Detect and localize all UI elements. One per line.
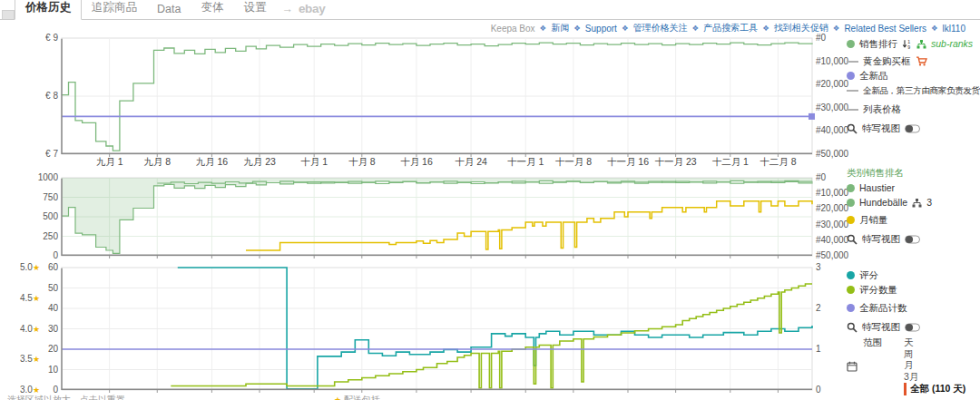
range-option-周[interactable]: 周 bbox=[904, 348, 965, 360]
price-history-chart-y-right-label: #30,000 bbox=[816, 102, 848, 112]
price-history-chart-y-right-label: #50,000 bbox=[816, 149, 848, 159]
legend-label: Hundebälle bbox=[859, 197, 907, 209]
series-line-icon bbox=[847, 61, 858, 63]
star-icon: ★ bbox=[33, 355, 40, 364]
legend-item-销售排行[interactable]: 销售排行19sub-ranks bbox=[847, 38, 980, 50]
header-link-lkl110[interactable]: lkl110 bbox=[943, 24, 965, 34]
tab-设置[interactable]: 设置 bbox=[233, 0, 276, 19]
legend-label: 评分 bbox=[859, 269, 878, 281]
tab-价格历史[interactable]: 价格历史 bbox=[15, 0, 82, 20]
diamond-separator-icon: ❖ bbox=[540, 24, 547, 33]
legend-label: 列表价格 bbox=[863, 103, 901, 115]
closeup-view-toggle[interactable]: 特写视图 bbox=[847, 122, 980, 134]
diamond-separator-icon: ❖ bbox=[573, 24, 581, 33]
legend-item-月销量[interactable]: 月销量 bbox=[847, 214, 980, 226]
x-axis-label: 九月 8 bbox=[143, 156, 171, 169]
series-line-icon bbox=[847, 90, 858, 92]
x-axis-label: 九月 23 bbox=[243, 156, 276, 169]
star-icon: ★ bbox=[33, 325, 40, 334]
series-dot-icon bbox=[847, 199, 855, 207]
category-rank-chart-y-right-label: #10,000 bbox=[816, 188, 848, 198]
rating-chart-y-left-label: 20 bbox=[4, 344, 58, 354]
zoom-hint-text: 选择区域以放大，点击以重置 bbox=[7, 394, 125, 400]
rating-chart-y-right-label: 3 bbox=[816, 262, 821, 272]
legend-item-评分[interactable]: 评分 bbox=[847, 269, 980, 281]
magnifier-icon bbox=[847, 322, 858, 333]
legend-item-全新品计数[interactable]: 全新品计数 bbox=[847, 302, 980, 314]
range-options: 天周月3月全部 (110 天) bbox=[904, 337, 965, 395]
tree-icon bbox=[912, 199, 922, 208]
price-history-chart-plot[interactable] bbox=[62, 38, 812, 154]
closeup-view-toggle[interactable]: 特写视图 bbox=[847, 321, 980, 333]
x-axis-label: 十二月 8 bbox=[760, 156, 796, 169]
price-history-chart-y-right-label: #20,000 bbox=[816, 79, 848, 89]
subranks-link[interactable]: sub-ranks bbox=[931, 38, 973, 50]
header-link-新闻[interactable]: 新闻 bbox=[551, 22, 569, 34]
shipping-toggle[interactable]: ★ 配送包括 bbox=[334, 394, 380, 400]
closeup-view-label: 特写视图 bbox=[862, 321, 900, 333]
magnifier-icon bbox=[847, 234, 858, 245]
category-rank-chart-y-right-label: #50,000 bbox=[816, 250, 848, 260]
range-option-天[interactable]: 天 bbox=[904, 337, 965, 348]
closeup-view-toggle[interactable]: 特写视图 bbox=[847, 233, 980, 245]
tab-追踪商品[interactable]: 追踪商品 bbox=[82, 0, 147, 19]
x-axis-label: 九月 1 bbox=[96, 156, 123, 169]
header-link-产品搜索工具[interactable]: 产品搜索工具 bbox=[703, 22, 758, 34]
x-axis-label: 十月 16 bbox=[400, 156, 433, 169]
legend-item-Haustier[interactable]: Haustier bbox=[847, 182, 980, 194]
price-history-chart-y-left-label: € 8 bbox=[4, 91, 58, 101]
range-label: 范围 bbox=[863, 337, 882, 395]
calendar-icon bbox=[847, 337, 858, 395]
legend-rating: 评分评分数量全新品计数特写视图范围天周月3月全部 (110 天) bbox=[847, 269, 980, 395]
rating-chart-y-left-label: 10 bbox=[4, 365, 58, 375]
legend-category-rank: 类别销售排名HaustierHundebälle3月销量特写视图 bbox=[847, 167, 980, 248]
header-link-Related Best Sellers[interactable]: Related Best Sellers bbox=[844, 24, 926, 34]
x-axis-label: 十二月 1 bbox=[712, 156, 749, 169]
series-dot-icon bbox=[847, 286, 855, 294]
category-rank-chart-plot[interactable] bbox=[62, 178, 812, 256]
legend-item-全新品，第三方由商家负责发货[interactable]: 全新品，第三方由商家负责发货 bbox=[847, 84, 980, 96]
rating-chart-y-right-label: 2 bbox=[816, 303, 821, 313]
legend-label: 全新品 bbox=[859, 70, 888, 82]
category-rank-header: 类别销售排名 bbox=[847, 167, 980, 180]
x-axis-label: 九月 16 bbox=[196, 156, 229, 169]
price-history-chart-y-right-label: #40,000 bbox=[816, 125, 848, 135]
category-rank-chart-y-left-label: 500 bbox=[4, 211, 58, 221]
sort-icon: 19 bbox=[902, 39, 912, 49]
price-history-chart-y-right-label: #10,000 bbox=[816, 56, 848, 66]
header-link-管理价格关注[interactable]: 管理价格关注 bbox=[633, 22, 688, 34]
header-link-Support[interactable]: Support bbox=[585, 24, 617, 34]
toggle-icon bbox=[905, 323, 920, 332]
legend-label: Haustier bbox=[859, 182, 895, 194]
price-history-chart-y-left-label: € 7 bbox=[4, 149, 58, 159]
legend-item-Hundebälle[interactable]: Hundebälle3 bbox=[847, 197, 980, 209]
range-option-3月[interactable]: 3月 bbox=[904, 371, 965, 383]
legend-item-评分数量[interactable]: 评分数量 bbox=[847, 284, 980, 296]
closeup-view-label: 特写视图 bbox=[862, 233, 900, 245]
tab-变体[interactable]: 变体 bbox=[191, 0, 233, 19]
diamond-separator-icon: ❖ bbox=[622, 24, 629, 33]
legend-label: 评分数量 bbox=[859, 284, 897, 296]
rating-chart-plot[interactable] bbox=[62, 268, 812, 390]
series-dot-icon bbox=[847, 271, 855, 279]
current-value-marker bbox=[808, 113, 815, 120]
x-axis-label: 十一月 16 bbox=[607, 156, 649, 169]
series-line-icon bbox=[847, 109, 858, 111]
legend-item-黄金购买框[interactable]: 黄金购买框 bbox=[847, 55, 980, 67]
price-history-chart-y-left-label: € 9 bbox=[4, 33, 58, 43]
x-axis-label: 十一月 8 bbox=[555, 156, 592, 169]
legend-item-全新品[interactable]: 全新品 bbox=[847, 70, 980, 82]
legend-item-列表价格[interactable]: 列表价格 bbox=[847, 103, 980, 115]
series-dot-icon bbox=[847, 184, 855, 192]
category-rank-chart-y-left-label: 750 bbox=[4, 192, 58, 202]
x-axis-label: 十月 24 bbox=[455, 156, 487, 169]
rating-chart-y-left-label: 40 bbox=[4, 303, 58, 313]
diamond-separator-icon: ❖ bbox=[692, 24, 700, 33]
tab-ebay[interactable]: ebay bbox=[295, 0, 336, 19]
diamond-separator-icon: ❖ bbox=[931, 24, 938, 33]
legend-label: 销售排行 bbox=[859, 38, 897, 50]
keepa-box-label: Keepa Box bbox=[491, 24, 535, 34]
tab-Data[interactable]: Data bbox=[147, 0, 191, 19]
range-option-月[interactable]: 月 bbox=[904, 359, 965, 371]
rating-chart-y-left-label: 50 bbox=[4, 283, 58, 293]
